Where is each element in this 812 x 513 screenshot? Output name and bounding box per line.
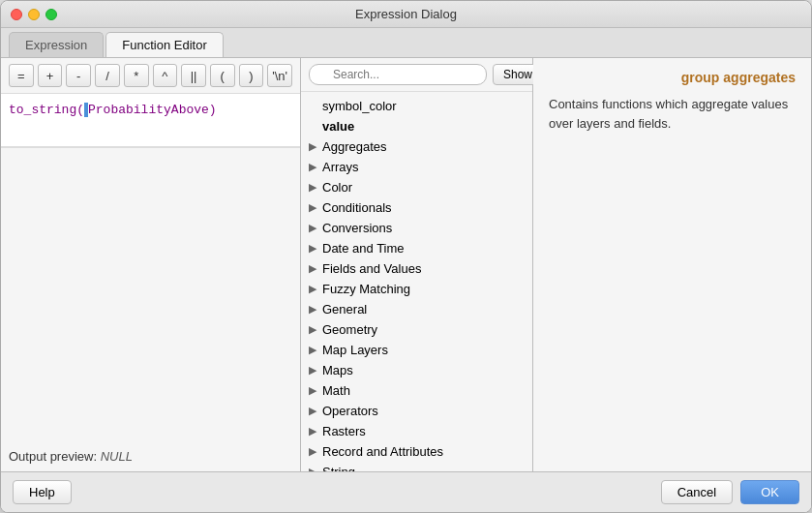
main-area: = + - / * ^ || ( ) '\n' to_string(Probab… (1, 58, 811, 471)
bottom-bar: Help Cancel OK (1, 471, 811, 512)
pipe-button[interactable]: || (181, 64, 206, 87)
tab-bar: Expression Function Editor (1, 28, 811, 58)
output-label: Output preview: (9, 449, 97, 464)
maximize-button[interactable] (45, 9, 57, 20)
left-panel: = + - / * ^ || ( ) '\n' to_string(Probab… (1, 58, 301, 471)
item-label: Color (322, 180, 352, 195)
item-label: Math (322, 383, 350, 398)
caret-button[interactable]: ^ (153, 64, 178, 87)
item-label: Fields and Values (322, 261, 421, 276)
list-item-fields-values[interactable]: ▶ Fields and Values (301, 258, 532, 279)
list-item-conversions[interactable]: ▶ Conversions (301, 218, 532, 238)
item-label: Conversions (322, 221, 392, 235)
arrow-icon: ▶ (309, 405, 318, 417)
tab-expression[interactable]: Expression (9, 32, 104, 57)
arrow-icon: ▶ (309, 445, 318, 458)
search-bar: 🔍 Show Help (301, 58, 532, 92)
expression-prefix: to_string( (9, 103, 84, 117)
arrow-icon: ▶ (309, 283, 318, 295)
plus-button[interactable]: + (38, 64, 63, 87)
rparen-button[interactable]: ) (239, 64, 264, 87)
item-label: Date and Time (322, 241, 405, 256)
main-window: Expression Dialog Expression Function Ed… (0, 0, 812, 513)
right-panel: group aggregates Contains functions whic… (533, 58, 811, 471)
arrow-icon: ▶ (309, 303, 318, 316)
list-item-date-time[interactable]: ▶ Date and Time (301, 238, 532, 258)
output-preview-area: Output preview: NULL (1, 147, 300, 471)
content-area: = + - / * ^ || ( ) '\n' to_string(Probab… (1, 58, 811, 512)
minimize-button[interactable] (28, 9, 40, 20)
ok-button[interactable]: OK (740, 480, 799, 504)
search-input[interactable] (309, 64, 487, 85)
arrow-icon: ▶ (309, 181, 318, 194)
help-title: group aggregates (549, 70, 796, 85)
item-label: Map Layers (322, 343, 388, 357)
arrow-icon: ▶ (309, 201, 318, 214)
arrow-icon: ▶ (309, 242, 318, 255)
list-item-math[interactable]: ▶ Math (301, 380, 532, 401)
expression-box[interactable]: to_string(ProbabilityAbove) (1, 94, 300, 147)
list-item-color[interactable]: ▶ Color (301, 177, 532, 197)
arrow-icon: ▶ (309, 262, 318, 275)
list-item-value[interactable]: value (301, 116, 532, 136)
item-label: Aggregates (322, 139, 387, 154)
expression-toolbar: = + - / * ^ || ( ) '\n' (1, 58, 300, 94)
expression-suffix: ProbabilityAbove) (88, 103, 217, 117)
item-label: Arrays (322, 160, 359, 174)
help-button[interactable]: Help (13, 480, 72, 504)
lparen-button[interactable]: ( (210, 64, 235, 87)
tab-function-editor[interactable]: Function Editor (105, 32, 223, 57)
title-bar: Expression Dialog (1, 1, 811, 28)
arrow-icon: ▶ (309, 161, 318, 173)
arrow-icon: ▶ (309, 344, 318, 356)
list-item-rasters[interactable]: ▶ Rasters (301, 421, 532, 441)
window-controls (11, 9, 57, 20)
list-item-fuzzy[interactable]: ▶ Fuzzy Matching (301, 279, 532, 299)
list-item-map-layers[interactable]: ▶ Map Layers (301, 340, 532, 360)
help-description: Contains functions which aggregate value… (549, 95, 796, 133)
arrow-icon: ▶ (309, 140, 318, 153)
star-button[interactable]: * (124, 64, 149, 87)
equals-button[interactable]: = (9, 64, 34, 87)
search-wrapper: 🔍 (309, 64, 487, 85)
arrow-icon: ▶ (309, 323, 318, 336)
arrow-icon: ▶ (309, 222, 318, 234)
item-label: Geometry (322, 322, 377, 337)
close-button[interactable] (11, 9, 22, 20)
bottom-right-buttons: Cancel OK (661, 480, 799, 504)
list-item-symbol-color[interactable]: symbol_color (301, 96, 532, 116)
list-item-arrays[interactable]: ▶ Arrays (301, 157, 532, 177)
function-list: symbol_color value ▶ Aggregates ▶ Arrays (301, 92, 532, 471)
slash-button[interactable]: / (95, 64, 120, 87)
middle-panel: 🔍 Show Help symbol_color value (301, 58, 533, 471)
list-item-conditionals[interactable]: ▶ Conditionals (301, 197, 532, 218)
item-label: Rasters (322, 424, 366, 438)
arrow-icon: ▶ (309, 425, 318, 438)
item-label: General (322, 302, 367, 317)
cancel-button[interactable]: Cancel (661, 480, 733, 504)
item-label: value (322, 119, 354, 134)
list-item-geometry[interactable]: ▶ Geometry (301, 319, 532, 340)
list-item-general[interactable]: ▶ General (301, 299, 532, 319)
arrow-icon: ▶ (309, 364, 318, 377)
list-item-operators[interactable]: ▶ Operators (301, 401, 532, 421)
item-label: Operators (322, 404, 378, 418)
list-item-record-attributes[interactable]: ▶ Record and Attributes (301, 441, 532, 462)
item-label: Record and Attributes (322, 444, 443, 459)
minus-button[interactable]: - (66, 64, 91, 87)
list-item-aggregates[interactable]: ▶ Aggregates (301, 136, 532, 157)
window-title: Expression Dialog (355, 7, 457, 21)
item-label: symbol_color (322, 99, 397, 113)
item-label: Conditionals (322, 200, 392, 215)
output-value: NULL (101, 449, 133, 464)
item-label: String (322, 465, 355, 471)
item-label: Fuzzy Matching (322, 282, 410, 296)
newline-button[interactable]: '\n' (267, 64, 292, 87)
arrow-icon: ▶ (309, 384, 318, 397)
list-item-maps[interactable]: ▶ Maps (301, 360, 532, 380)
list-item-string[interactable]: ▶ String (301, 462, 532, 471)
item-label: Maps (322, 363, 353, 377)
